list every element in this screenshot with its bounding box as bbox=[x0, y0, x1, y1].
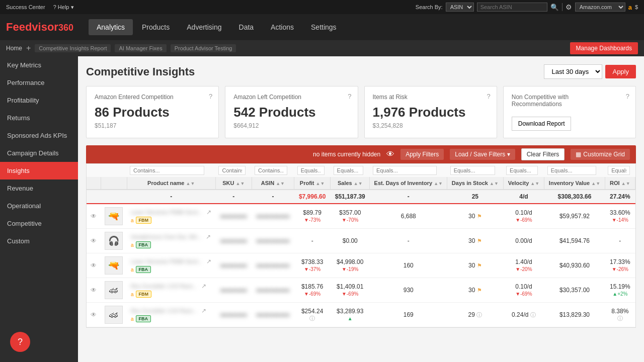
sort-sales-icon[interactable]: ▲▼ bbox=[354, 181, 363, 186]
customize-grid-button[interactable]: ▦ Customize Grid bbox=[571, 149, 630, 160]
sidebar-item-key-metrics[interactable]: Key Metrics bbox=[0, 56, 78, 74]
product-image-3: 🔫 bbox=[105, 256, 123, 275]
manage-dashboards-button[interactable]: Manage Dashboards bbox=[570, 42, 638, 54]
date-range-select[interactable]: Last 30 days bbox=[544, 64, 602, 79]
ext-link-2[interactable]: ↗ bbox=[206, 233, 211, 240]
eye-toggle-icon[interactable]: 👁 bbox=[386, 150, 394, 159]
sidebar-item-performance[interactable]: Performance bbox=[0, 74, 78, 92]
col-sku[interactable]: SKU ▲▼ bbox=[215, 177, 252, 190]
warning-icon-1: ⚑ bbox=[477, 213, 482, 219]
sort-asin-icon[interactable]: ▲▼ bbox=[276, 181, 285, 186]
sidebar-item-returns[interactable]: Returns bbox=[0, 109, 78, 127]
help-icon-2[interactable]: ? bbox=[487, 93, 491, 100]
filter-velocity[interactable] bbox=[506, 166, 538, 175]
velocity-info-5: ⓘ bbox=[530, 312, 536, 318]
col-roi[interactable]: ROI ▲▼ bbox=[605, 177, 635, 190]
sort-product-name-icon[interactable]: ▲▼ bbox=[186, 181, 195, 186]
sidebar-item-campaign-details[interactable]: Campaign Details bbox=[0, 144, 78, 162]
help-icon-0[interactable]: ? bbox=[209, 93, 212, 100]
breadcrumb-tab-3[interactable]: Product Advisor Testing bbox=[171, 44, 236, 52]
col-est-days[interactable]: Est. Days of Inventory ▲▼ bbox=[370, 177, 447, 190]
help-icon-1[interactable]: ? bbox=[348, 93, 351, 100]
product-name-2[interactable]: Headphones Over-Ear, Wir... bbox=[131, 234, 202, 240]
nav-products[interactable]: Products bbox=[134, 19, 178, 35]
help-float-button[interactable]: ? bbox=[10, 332, 30, 352]
load-save-filters-button[interactable]: Load / Save Filters ▾ bbox=[450, 149, 515, 160]
sort-days-stock-icon[interactable]: ▲▼ bbox=[490, 181, 499, 186]
data-table-wrapper: Product name ▲▼ SKU ▲▼ ASIN ▲▼ Prof bbox=[86, 163, 636, 328]
ext-link-5[interactable]: ↗ bbox=[201, 307, 206, 314]
sort-est-days-icon[interactable]: ▲▼ bbox=[434, 181, 443, 186]
product-name-5[interactable]: Rey Gunslider 1/10 Race... bbox=[131, 308, 197, 314]
apply-button[interactable]: Apply bbox=[605, 65, 636, 78]
help-menu[interactable]: ? Help ▾ bbox=[53, 4, 74, 11]
row-eye-4[interactable]: 👁 bbox=[87, 278, 101, 303]
filter-profit[interactable] bbox=[297, 166, 325, 175]
sidebar-item-insights[interactable]: Insights bbox=[0, 162, 78, 179]
filter-est-days[interactable] bbox=[373, 166, 437, 175]
nav-advertising[interactable]: Advertising bbox=[179, 19, 229, 35]
sort-profit-icon[interactable]: ▲▼ bbox=[316, 181, 325, 186]
settings-icon[interactable]: ⚙ bbox=[566, 3, 572, 11]
roi-2: - bbox=[605, 229, 635, 253]
filter-sku[interactable] bbox=[218, 166, 246, 175]
nav-settings[interactable]: Settings bbox=[303, 19, 345, 35]
sidebar-item-revenue[interactable]: Revenue bbox=[0, 179, 78, 197]
est-days-4: 930 bbox=[370, 278, 447, 303]
row-eye-5[interactable]: 👁 bbox=[87, 303, 101, 327]
sidebar-item-custom[interactable]: Custom bbox=[0, 232, 78, 250]
search-submit-button[interactable]: 🔍 bbox=[550, 4, 559, 11]
product-name-4[interactable]: Rey Gunslider 1/10 Race... bbox=[131, 283, 197, 289]
product-name-1[interactable]: Laser Nemesis P68M Semi... bbox=[131, 209, 202, 215]
row-eye-1[interactable]: 👁 bbox=[87, 204, 101, 229]
row-eye-3[interactable]: 👁 bbox=[87, 253, 101, 278]
filter-sales[interactable] bbox=[334, 166, 364, 175]
col-inv-value[interactable]: Inventory Value ▲▼ bbox=[544, 177, 605, 190]
sidebar-item-competitive[interactable]: Competitive bbox=[0, 215, 78, 232]
search-type-select[interactable]: ASIN bbox=[446, 3, 474, 12]
ext-link-1[interactable]: ↗ bbox=[206, 209, 211, 216]
days-info-5: ⓘ bbox=[476, 312, 482, 318]
sidebar-item-operational[interactable]: Operational bbox=[0, 197, 78, 215]
clear-filters-button[interactable]: Clear Filters bbox=[521, 148, 565, 160]
row-eye-2[interactable]: 👁 bbox=[87, 229, 101, 253]
nav-actions[interactable]: Actions bbox=[263, 19, 302, 35]
nav-data[interactable]: Data bbox=[231, 19, 262, 35]
product-name-3[interactable]: Laser Nemesis P68M Semi... bbox=[131, 258, 202, 264]
sort-velocity-icon[interactable]: ▲▼ bbox=[530, 181, 539, 186]
col-product-name[interactable]: Product name ▲▼ bbox=[127, 177, 215, 190]
breadcrumb-home[interactable]: Home bbox=[6, 45, 22, 52]
sidebar-item-sponsored-ads[interactable]: Sponsored Ads KPIs bbox=[0, 127, 78, 144]
amazon-logo-icon: a bbox=[628, 4, 632, 11]
ext-link-4[interactable]: ↗ bbox=[201, 283, 206, 290]
sort-inv-value-icon[interactable]: ▲▼ bbox=[591, 181, 600, 186]
sidebar-item-profitability[interactable]: Profitability bbox=[0, 92, 78, 109]
filter-asin[interactable] bbox=[255, 166, 287, 175]
download-report-button[interactable]: Download Report bbox=[512, 117, 572, 131]
success-center-link[interactable]: Success Center bbox=[6, 4, 45, 10]
ext-link-3[interactable]: ↗ bbox=[206, 258, 211, 265]
load-save-caret-icon: ▾ bbox=[507, 151, 510, 158]
col-velocity[interactable]: Velocity ▲▼ bbox=[503, 177, 544, 190]
search-asin-input[interactable] bbox=[477, 3, 547, 12]
filter-product-name[interactable] bbox=[130, 166, 204, 175]
breadcrumb-add-button[interactable]: + bbox=[26, 44, 31, 53]
help-icon-3[interactable]: ? bbox=[626, 93, 629, 100]
col-profit[interactable]: Profit ▲▼ bbox=[294, 177, 331, 190]
amazon-account-select[interactable]: Amazon.com bbox=[575, 3, 625, 12]
col-sales[interactable]: Sales ▲▼ bbox=[331, 177, 370, 190]
col-asin[interactable]: ASIN ▲▼ bbox=[252, 177, 294, 190]
filter-roi[interactable] bbox=[608, 166, 630, 175]
breadcrumb-tab-1[interactable]: Competitive Insights Report bbox=[35, 44, 111, 52]
filter-days-stock[interactable] bbox=[450, 166, 496, 175]
nav-analytics[interactable]: Analytics bbox=[89, 19, 133, 35]
col-days-stock[interactable]: Days in Stock ▲▼ bbox=[447, 177, 503, 190]
sort-sku-icon[interactable]: ▲▼ bbox=[236, 181, 245, 186]
sort-roi-icon[interactable]: ▲▼ bbox=[621, 181, 630, 186]
profit-2: - bbox=[294, 229, 331, 253]
profit-5: $254.24 bbox=[301, 308, 323, 315]
filter-inv-value[interactable] bbox=[547, 166, 597, 175]
help-caret-icon: ▾ bbox=[71, 4, 74, 10]
apply-filters-button[interactable]: Apply Filters bbox=[400, 149, 444, 160]
breadcrumb-tab-2[interactable]: AI Manager Fixes bbox=[115, 44, 166, 52]
